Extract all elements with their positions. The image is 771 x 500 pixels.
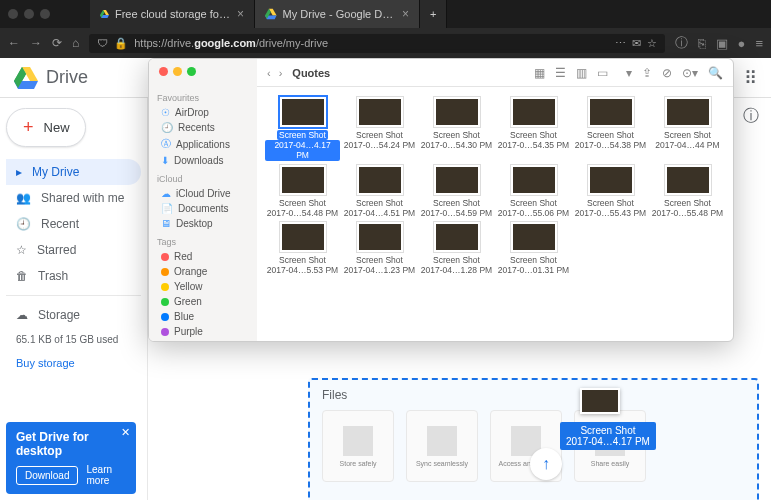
finder-tag-red[interactable]: Red: [157, 249, 249, 264]
group-icon[interactable]: ▾: [626, 66, 632, 80]
lock-icon: 🔒: [114, 37, 128, 50]
finder-fav-applications[interactable]: ⒶApplications: [157, 135, 249, 153]
file-thumbnail: [665, 97, 711, 127]
browser-tab[interactable]: Free cloud storage for person…×: [90, 0, 255, 28]
finder-back[interactable]: ‹: [267, 67, 271, 79]
traffic-min[interactable]: [24, 9, 34, 19]
drive-title: Drive: [46, 67, 88, 88]
dragged-file-label: Screen Shot 2017-04…4.17 PM: [560, 422, 656, 450]
finder-sidebar: Favourites ☉AirDrop🕘RecentsⒶApplications…: [149, 59, 257, 341]
traffic-close[interactable]: [8, 9, 18, 19]
finder-file-item[interactable]: Screen Shot2017-0…55.43 PM: [573, 165, 648, 218]
finder-file-item[interactable]: Screen Shot2017-04…4.51 PM: [342, 165, 417, 218]
action-icon[interactable]: ⊙▾: [682, 66, 698, 80]
finder-file-item[interactable]: Screen Shot2017-04…1.23 PM: [342, 222, 417, 275]
file-thumbnail: [665, 165, 711, 195]
tab-close-icon[interactable]: ×: [402, 7, 409, 21]
finder-file-item[interactable]: Screen Shot2017-0…54.30 PM: [419, 97, 494, 161]
finder-file-item[interactable]: Screen Shot2017-04…4.17 PM: [265, 97, 340, 161]
drive-icon: [14, 67, 38, 89]
drive-logo[interactable]: Drive: [14, 67, 88, 89]
finder-file-item[interactable]: Screen Shot2017-0…54.59 PM: [419, 165, 494, 218]
finder-forward[interactable]: ›: [279, 67, 283, 79]
search-icon[interactable]: 🔍: [708, 66, 723, 80]
sidebar-item-recent[interactable]: 🕘Recent: [6, 211, 141, 237]
file-thumbnail: [588, 165, 634, 195]
forward-button[interactable]: →: [30, 36, 42, 50]
upload-arrow-icon: ↑: [530, 448, 562, 480]
sidebar-item-label: Recent: [41, 217, 79, 231]
menu-icon[interactable]: ≡: [755, 36, 763, 51]
finder-file-item[interactable]: Screen Shot2017-04…5.53 PM: [265, 222, 340, 275]
finder-file-item[interactable]: Screen Shot2017-0…54.48 PM: [265, 165, 340, 218]
finder-fav-recents[interactable]: 🕘Recents: [157, 120, 249, 135]
finder-file-item[interactable]: Screen Shot2017-0…55.48 PM: [650, 165, 725, 218]
library-icon[interactable]: ⎘: [698, 36, 706, 51]
new-tab-button[interactable]: +: [420, 0, 447, 28]
tags-heading: Tags: [157, 237, 249, 247]
finder-close[interactable]: [159, 67, 168, 76]
finder-window: Favourites ☉AirDrop🕘RecentsⒶApplications…: [148, 58, 734, 342]
sidebar-item-my-drive[interactable]: ▸My Drive: [6, 159, 141, 185]
tag-icon[interactable]: ⊘: [662, 66, 672, 80]
sidebar-item-label: My Drive: [32, 165, 79, 179]
file-thumbnail: [434, 97, 480, 127]
info-icon[interactable]: ⓘ: [675, 34, 688, 52]
finder-file-item[interactable]: Screen Shot2017-0…01.31 PM: [496, 222, 571, 275]
share-icon[interactable]: ⇪: [642, 66, 652, 80]
view-column-icon[interactable]: ▥: [576, 66, 587, 80]
welcome-tile: Store safely: [322, 410, 394, 482]
finder-file-item[interactable]: Screen Shot2017-04…1.28 PM: [419, 222, 494, 275]
finder-fav-airdrop[interactable]: ☉AirDrop: [157, 105, 249, 120]
view-icon-grid[interactable]: ▦: [534, 66, 545, 80]
learn-more-link[interactable]: Learn more: [86, 464, 126, 486]
files-heading: Files: [322, 388, 745, 402]
finder-max[interactable]: [187, 67, 196, 76]
finder-file-item[interactable]: Screen Shot2017-0…55.06 PM: [496, 165, 571, 218]
sidebar-item-shared-with-me[interactable]: 👥Shared with me: [6, 185, 141, 211]
finder-file-item[interactable]: Screen Shot2017-04…44 PM: [650, 97, 725, 161]
reload-button[interactable]: ⟳: [52, 36, 62, 50]
finder-fav-downloads[interactable]: ⬇Downloads: [157, 153, 249, 168]
home-button[interactable]: ⌂: [72, 36, 79, 50]
file-thumbnail: [511, 222, 557, 252]
sidebar-item-starred[interactable]: ☆Starred: [6, 237, 141, 263]
buy-storage-link[interactable]: Buy storage: [6, 351, 141, 375]
finder-tag-orange[interactable]: Orange: [157, 264, 249, 279]
file-thumbnail: [434, 222, 480, 252]
finder-icloud-icloud-drive[interactable]: ☁iCloud Drive: [157, 186, 249, 201]
finder-tag-purple[interactable]: Purple: [157, 324, 249, 339]
traffic-max[interactable]: [40, 9, 50, 19]
details-icon[interactable]: ⓘ: [743, 106, 759, 127]
icloud-heading: iCloud: [157, 174, 249, 184]
url-bar[interactable]: 🛡 🔒 https://drive.google.com/drive/my-dr…: [89, 34, 664, 53]
finder-min[interactable]: [173, 67, 182, 76]
finder-tag-blue[interactable]: Blue: [157, 309, 249, 324]
storage-icon: ☁: [16, 308, 28, 322]
finder-file-item[interactable]: Screen Shot2017-0…54.38 PM: [573, 97, 648, 161]
view-list-icon[interactable]: ☰: [555, 66, 566, 80]
tab-close-icon[interactable]: ×: [237, 7, 244, 21]
browser-tab[interactable]: My Drive - Google Drive×: [255, 0, 420, 28]
finder-file-item[interactable]: Screen Shot2017-0…54.35 PM: [496, 97, 571, 161]
favourites-heading: Favourites: [157, 93, 249, 103]
sidebar-icon[interactable]: ▣: [716, 36, 728, 51]
sidebar-item-icon: ☆: [16, 243, 27, 257]
view-gallery-icon[interactable]: ▭: [597, 66, 608, 80]
banner-close[interactable]: ✕: [121, 426, 130, 439]
sidebar-item-label: Trash: [38, 269, 68, 283]
finder-tag-yellow[interactable]: Yellow: [157, 279, 249, 294]
file-thumbnail: [280, 222, 326, 252]
finder-tag-green[interactable]: Green: [157, 294, 249, 309]
apps-grid-icon[interactable]: ⠿: [744, 67, 757, 89]
storage-item[interactable]: ☁ Storage: [6, 302, 141, 328]
drop-zone[interactable]: Files Store safelySync seamlesslyAccess …: [308, 378, 759, 500]
account-icon[interactable]: ●: [738, 36, 746, 51]
new-button[interactable]: + New: [6, 108, 86, 147]
finder-icloud-desktop[interactable]: 🖥Desktop: [157, 216, 249, 231]
sidebar-item-trash[interactable]: 🗑Trash: [6, 263, 141, 289]
finder-file-item[interactable]: Screen Shot2017-0…54.24 PM: [342, 97, 417, 161]
download-button[interactable]: Download: [16, 466, 78, 485]
finder-icloud-documents[interactable]: 📄Documents: [157, 201, 249, 216]
back-button[interactable]: ←: [8, 36, 20, 50]
